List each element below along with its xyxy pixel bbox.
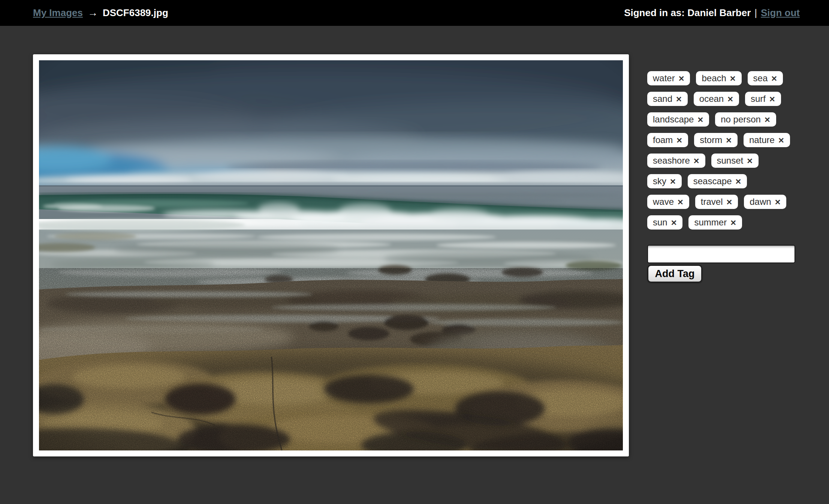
tag-remove-icon[interactable]: ✕ (764, 116, 771, 124)
tag-remove-icon[interactable]: ✕ (693, 157, 700, 165)
tag-label: foam (653, 135, 673, 145)
tag-label: no person (721, 114, 761, 125)
tag-pill: dawn ✕ (744, 195, 786, 209)
tag-label: seascape (693, 176, 732, 186)
tag-pill: beach ✕ (696, 71, 741, 85)
tag-label: seashore (653, 155, 690, 166)
tag-label: sand (653, 94, 672, 104)
session-divider: | (754, 7, 757, 19)
signed-in-text: Signed in as: Daniel Barber (624, 7, 751, 19)
tag-label: beach (702, 73, 726, 84)
tag-pill: sand ✕ (647, 92, 688, 106)
tag-pill: surf ✕ (745, 92, 781, 106)
tag-remove-icon[interactable]: ✕ (676, 137, 682, 144)
topbar: My Images → DSCF6389.jpg Signed in as: D… (0, 0, 829, 26)
tag-pill: summer ✕ (688, 215, 742, 230)
tag-pill: wave ✕ (647, 195, 689, 209)
tag-label: ocean (699, 94, 724, 104)
tag-label: sun (653, 217, 667, 228)
tag-pill: landscape ✕ (647, 112, 709, 127)
tag-panel: water ✕ beach ✕ sea ✕ sand ✕ ocean ✕ sur… (647, 71, 792, 283)
tag-label: sea (753, 73, 768, 84)
tag-label: sunset (717, 155, 744, 166)
breadcrumb: My Images → DSCF6389.jpg (33, 7, 168, 19)
session-info: Signed in as: Daniel Barber | Sign out (624, 7, 800, 19)
tag-label: surf (751, 94, 766, 104)
photo-frame (33, 54, 629, 456)
tag-remove-icon[interactable]: ✕ (670, 178, 676, 185)
tag-pill: travel ✕ (695, 195, 738, 209)
tag-remove-icon[interactable]: ✕ (697, 116, 703, 124)
tag-pill: seascape ✕ (688, 174, 747, 188)
sign-out-link[interactable]: Sign out (761, 7, 800, 19)
tag-pill: sky ✕ (647, 174, 682, 188)
tag-remove-icon[interactable]: ✕ (726, 198, 732, 206)
new-tag-input[interactable] (647, 245, 795, 263)
breadcrumb-arrow-icon: → (88, 7, 98, 19)
tag-remove-icon[interactable]: ✕ (730, 75, 736, 82)
tag-label: sky (653, 176, 666, 186)
tag-pill: nature ✕ (744, 133, 790, 147)
tag-list: water ✕ beach ✕ sea ✕ sand ✕ ocean ✕ sur… (647, 71, 792, 230)
tag-label: travel (701, 197, 723, 207)
tag-pill: ocean ✕ (694, 92, 739, 106)
tag-form: Add Tag (647, 245, 792, 283)
tag-label: nature (749, 135, 775, 145)
tag-label: wave (653, 197, 674, 207)
breadcrumb-my-images-link[interactable]: My Images (33, 7, 83, 19)
tag-remove-icon[interactable]: ✕ (771, 75, 777, 82)
tag-remove-icon[interactable]: ✕ (726, 137, 732, 144)
add-tag-button[interactable]: Add Tag (647, 265, 702, 283)
tag-pill: storm ✕ (694, 133, 738, 147)
breadcrumb-current-file: DSCF6389.jpg (103, 7, 168, 19)
tag-pill: foam ✕ (647, 133, 688, 147)
tag-pill: no person ✕ (715, 112, 776, 127)
tag-remove-icon[interactable]: ✕ (769, 95, 775, 103)
tag-pill: sea ✕ (748, 71, 783, 85)
tag-remove-icon[interactable]: ✕ (727, 95, 733, 103)
tag-remove-icon[interactable]: ✕ (778, 137, 784, 144)
tag-remove-icon[interactable]: ✕ (678, 75, 685, 82)
tag-remove-icon[interactable]: ✕ (677, 198, 684, 206)
tag-label: water (653, 73, 675, 84)
tag-remove-icon[interactable]: ✕ (676, 95, 682, 103)
tag-label: summer (694, 217, 727, 228)
tag-remove-icon[interactable]: ✕ (735, 178, 742, 185)
tag-label: storm (700, 135, 722, 145)
tag-pill: seashore ✕ (647, 154, 705, 168)
tag-label: dawn (750, 197, 771, 207)
tag-label: landscape (653, 114, 694, 125)
seascape-photo (39, 60, 623, 450)
tag-remove-icon[interactable]: ✕ (747, 157, 753, 165)
tag-pill: water ✕ (647, 71, 690, 85)
tag-pill: sunset ✕ (711, 154, 759, 168)
tag-remove-icon[interactable]: ✕ (671, 219, 677, 227)
tag-pill: sun ✕ (647, 215, 682, 230)
tag-remove-icon[interactable]: ✕ (730, 219, 736, 227)
tag-remove-icon[interactable]: ✕ (775, 198, 781, 206)
